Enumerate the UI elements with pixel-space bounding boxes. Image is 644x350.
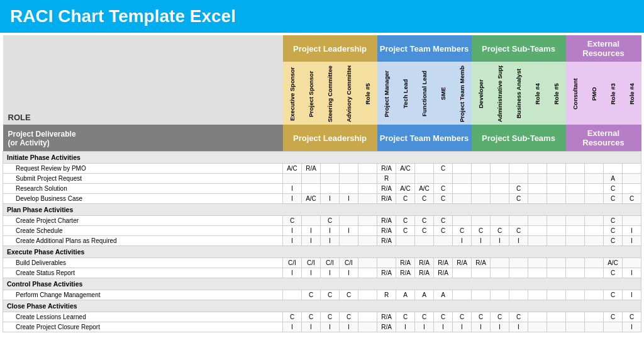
title-bar: RACI Chart Template Excel [0, 0, 644, 33]
data-cell [358, 216, 377, 226]
activity-cell: Create Schedule [3, 226, 283, 236]
group-label2-3: External Resources [566, 125, 641, 152]
data-cell: C [340, 312, 358, 322]
data-cell: C [604, 268, 623, 278]
data-cell [528, 226, 547, 236]
activity-cell: Create Status Report [3, 268, 283, 278]
col-header-8: SME [434, 62, 453, 125]
data-cell [358, 184, 377, 194]
data-cell [585, 226, 604, 236]
data-cell [434, 236, 453, 246]
data-cell [453, 216, 472, 226]
data-cell [566, 322, 585, 332]
table-row: Create Project Closure ReportIIIIR/AIIII… [3, 322, 641, 332]
activity-cell: Perform Change Management [3, 290, 283, 300]
data-cell: C [302, 290, 321, 300]
data-cell [283, 290, 302, 300]
col-header-18: Role #4 [623, 62, 641, 125]
data-cell [566, 226, 585, 236]
table-row: Research SolutionIR/AA/CA/CCCC [3, 184, 641, 194]
data-cell [566, 194, 585, 204]
phase-label-0: Initiate Phase Activities [3, 152, 641, 164]
group-label2-0: Project Leadership [283, 125, 377, 152]
col-header-10: Developer [472, 62, 491, 125]
data-cell [377, 258, 396, 268]
col-header-17: Role #3 [604, 62, 623, 125]
group-label2-2: Project Sub-Teams [472, 125, 566, 152]
data-cell: R/A [377, 184, 396, 194]
activity-cell: Create Additional Plans as Required [3, 236, 283, 246]
group-header-1: Project Team Members [377, 35, 472, 62]
group-header-2: Project Sub-Teams [472, 35, 566, 62]
data-cell: R/A [415, 258, 434, 268]
data-cell: R/A [302, 164, 321, 174]
group-header-0: Project Leadership [283, 35, 377, 62]
data-cell [547, 236, 566, 246]
role-label: ROLE [3, 35, 283, 125]
data-cell: I [302, 268, 321, 278]
data-cell [321, 184, 340, 194]
data-cell: C [434, 164, 453, 174]
data-cell: C [396, 216, 415, 226]
data-cell: I [283, 194, 302, 204]
data-cell [509, 164, 528, 174]
data-cell [566, 268, 585, 278]
phase-row-1: Plan Phase Activities [3, 204, 641, 216]
col-header-3: Advisory Committee [340, 62, 358, 125]
data-cell [585, 184, 604, 194]
data-cell: I [340, 194, 358, 204]
data-cell: C [321, 290, 340, 300]
data-cell: I [321, 236, 340, 246]
data-cell: C [604, 184, 623, 194]
data-cell [396, 236, 415, 246]
data-cell [453, 164, 472, 174]
data-cell: I [283, 236, 302, 246]
data-cell: A/C [396, 164, 415, 174]
data-cell: I [491, 236, 509, 246]
data-cell [358, 268, 377, 278]
data-cell [358, 164, 377, 174]
col-header-14: Role #5 [547, 62, 566, 125]
table-row: Create Status ReportIIIIR/AR/AR/AR/ACI [3, 268, 641, 278]
data-cell [340, 184, 358, 194]
data-cell: C [415, 226, 434, 236]
data-cell [528, 268, 547, 278]
data-cell: R/A [377, 164, 396, 174]
data-cell [585, 164, 604, 174]
data-cell: I [321, 194, 340, 204]
data-cell: R/A [377, 312, 396, 322]
data-cell [509, 268, 528, 278]
data-cell [453, 184, 472, 194]
data-cell: I [491, 322, 509, 332]
activity-cell: Create Project Closure Report [3, 322, 283, 332]
data-cell [623, 164, 641, 174]
data-cell: R [377, 174, 396, 184]
data-cell: C [434, 184, 453, 194]
data-cell [358, 312, 377, 322]
data-cell [509, 290, 528, 300]
data-cell: I [283, 268, 302, 278]
data-cell [472, 268, 491, 278]
col-header-7: Functional Lead [415, 62, 434, 125]
col-header-15: Consultant [566, 62, 585, 125]
data-cell: C [604, 290, 623, 300]
data-cell: R/A [396, 268, 415, 278]
page-title: RACI Chart Template Excel [10, 6, 236, 26]
data-cell: C [415, 312, 434, 322]
data-cell [547, 258, 566, 268]
data-cell [509, 216, 528, 226]
data-cell [528, 312, 547, 322]
data-cell [321, 174, 340, 184]
data-cell: I [302, 236, 321, 246]
data-cell: C [604, 236, 623, 246]
col-header-4: Role #5 [358, 62, 377, 125]
data-cell: C [302, 312, 321, 322]
data-cell [528, 216, 547, 226]
col-header-5: Project Manager [377, 62, 396, 125]
data-cell: R/A [434, 258, 453, 268]
data-cell [415, 164, 434, 174]
data-cell [302, 184, 321, 194]
activity-cell: Create Lessions Learned [3, 312, 283, 322]
data-cell [302, 216, 321, 226]
data-cell: I [623, 268, 641, 278]
